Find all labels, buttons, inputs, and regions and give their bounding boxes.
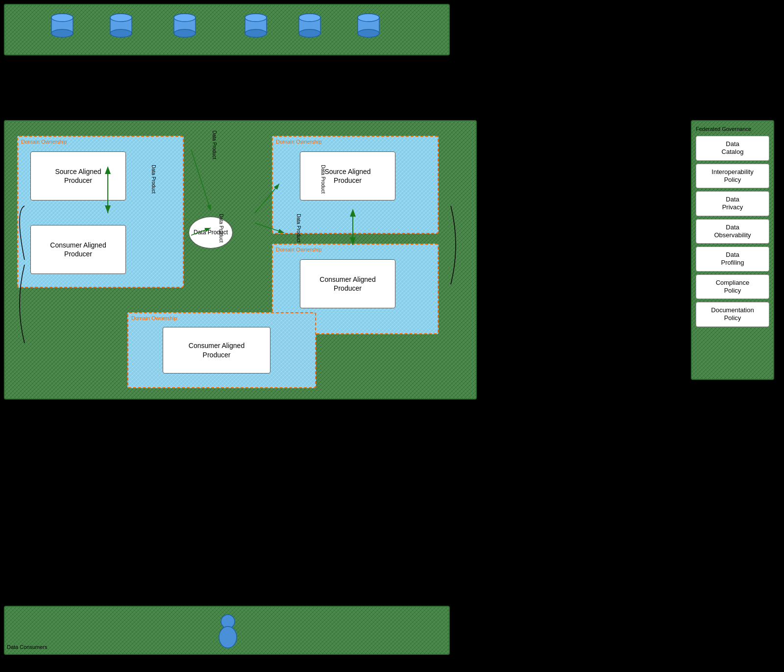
svg-point-11	[174, 14, 196, 22]
consumer-aligned-producer-2: Consumer Aligned Producer	[300, 259, 395, 308]
federated-governance-label: Federated Governance	[696, 126, 769, 132]
data-product-down-5: Data Product	[367, 400, 372, 428]
svg-point-7	[110, 14, 132, 22]
mesh-zone: Mesh of Data Products Domain Ownership S…	[4, 120, 477, 399]
data-product-vertical-3: Data Product	[212, 130, 217, 159]
data-product-vertical-1: Data Product	[151, 165, 156, 193]
data-product-down-4: Data Product	[308, 400, 313, 428]
svg-point-3	[51, 14, 73, 22]
consumers-zone: Data Consumers	[4, 606, 450, 655]
svg-point-2	[51, 29, 73, 37]
data-product-vertical-5: Data Product	[320, 165, 326, 193]
data-product-vertical-4: Data Product	[296, 214, 301, 242]
governance-item-0: DataCatalog	[696, 136, 769, 161]
domain-box-1: Domain Ownership Source Aligned Producer…	[17, 136, 184, 288]
data-product-down-1: Data Product	[55, 400, 60, 428]
governance-item-4: DataProfiling	[696, 247, 769, 272]
diagram-container: Data Sources	[0, 0, 784, 672]
governance-item-3: DataObservability	[696, 219, 769, 244]
source-aligned-producer-2: Source Aligned Producer	[300, 151, 395, 200]
svg-point-23	[358, 14, 379, 22]
consumer-aligned-producer-1: Consumer Aligned Producer	[30, 225, 126, 274]
domain-label-4: Domain Ownership	[131, 315, 177, 321]
data-product-vertical-2: Data Product	[219, 214, 224, 242]
svg-point-18	[299, 29, 320, 37]
consumer-aligned-producer-3: Consumer Aligned Producer	[163, 327, 270, 373]
governance-item-2: DataPrivacy	[696, 191, 769, 216]
svg-point-6	[110, 29, 132, 37]
data-product-down-3: Data Product	[224, 400, 230, 428]
domain-label-2: Domain Ownership	[276, 139, 322, 145]
data-sources-label: Data Sources	[7, 0, 40, 2]
svg-point-22	[358, 29, 379, 37]
mesh-label: Mesh of Data Products	[7, 112, 62, 118]
governance-zone: Federated Governance DataCatalog Interop…	[691, 120, 774, 380]
data-product-oval: Data Product	[189, 217, 233, 249]
governance-item-5: CompliancePolicy	[696, 274, 769, 299]
svg-point-19	[299, 14, 320, 22]
svg-point-15	[245, 14, 267, 22]
source-aligned-producer-1: Source Aligned Producer	[30, 151, 126, 200]
data-ingestion-label-right: Data Ingestion	[272, 78, 310, 85]
svg-point-10	[174, 29, 196, 37]
domain-label-1: Domain Ownership	[21, 139, 67, 145]
svg-point-25	[219, 626, 237, 648]
domain-box-4: Domain Ownership Consumer Aligned Produc…	[127, 312, 316, 388]
domain-label-3: Domain Ownership	[276, 247, 322, 252]
governance-item-6: DocumentationPolicy	[696, 302, 769, 327]
governance-item-1: InteroperabilityPolicy	[696, 164, 769, 189]
data-sources-zone: Data Sources	[4, 4, 450, 55]
data-ingestion-label-left: Data Ingestion	[96, 78, 133, 85]
svg-point-14	[245, 29, 267, 37]
data-product-down-2: Data Product	[114, 400, 119, 428]
